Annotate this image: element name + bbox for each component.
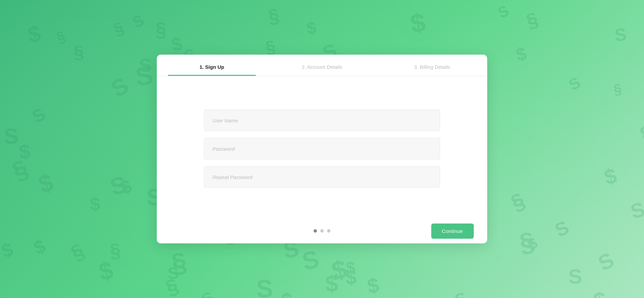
password-field-wrapper [204,138,440,159]
tab-signup[interactable]: 1. Sign Up [157,55,267,76]
step-dots [314,229,330,233]
dot-3 [327,229,330,233]
username-field-wrapper [204,110,440,131]
password-input[interactable] [204,138,440,159]
repeat-password-input[interactable] [204,166,440,188]
signup-modal: 1. Sign Up 2. Account Details 3. Billing… [157,55,487,243]
continue-button[interactable]: Continue [431,224,474,239]
form-area [157,76,487,221]
username-input[interactable] [204,110,440,131]
step-tabs: 1. Sign Up 2. Account Details 3. Billing… [157,55,487,76]
modal-footer: Continue [157,221,487,243]
dot-2 [320,229,324,233]
tab-account-details[interactable]: 2. Account Details [267,55,377,76]
dot-1 [314,229,317,233]
repeat-password-field-wrapper [204,166,440,188]
tab-billing-details[interactable]: 3. Billing Details [377,55,487,76]
